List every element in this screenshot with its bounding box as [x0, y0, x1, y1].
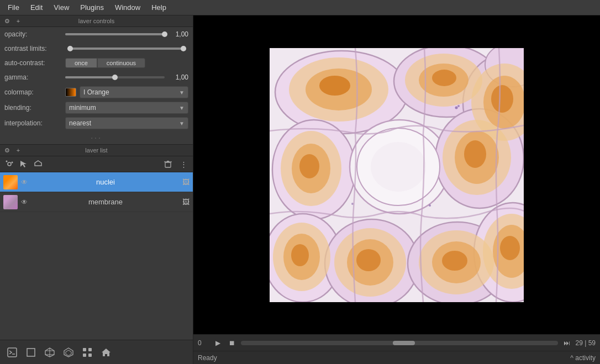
svg-point-53: [432, 70, 456, 86]
stop-button[interactable]: ⏹: [227, 337, 238, 349]
timeline-track[interactable]: [241, 341, 558, 345]
play-button[interactable]: ▶: [212, 337, 223, 349]
opacity-track[interactable]: [65, 33, 165, 35]
contrast-thumb-right[interactable]: [181, 46, 186, 51]
console-button[interactable]: [4, 345, 20, 360]
grid-button[interactable]: [80, 345, 95, 360]
layer-list-title: laver list: [85, 147, 107, 154]
gamma-fill: [65, 76, 115, 78]
gamma-track[interactable]: [65, 76, 165, 78]
add2-icon[interactable]: +: [14, 146, 22, 154]
continuous-button[interactable]: continuous: [97, 58, 145, 68]
svg-point-55: [299, 154, 319, 178]
kebab-menu[interactable]: ⋮: [177, 158, 190, 170]
layer-list-toolbar: ⋮: [0, 156, 193, 172]
menu-help[interactable]: Help: [146, 1, 172, 14]
opacity-fill: [65, 33, 165, 35]
gamma-thumb[interactable]: [112, 75, 118, 80]
2d-view-button[interactable]: [23, 345, 39, 360]
main-layout: ⚙ + laver controls opacity: 1,00 cont: [0, 15, 600, 364]
settings-icon[interactable]: ⚙: [3, 17, 11, 25]
svg-point-54: [491, 85, 513, 113]
opacity-thumb[interactable]: [162, 31, 167, 37]
layer-list-titlebar: ⚙ + laver list: [0, 145, 193, 156]
microscopy-image: [270, 48, 524, 302]
contrast-thumb-left[interactable]: [67, 46, 73, 51]
svg-rect-10: [27, 349, 35, 356]
visibility-icon-membrane[interactable]: 👁: [20, 198, 29, 206]
svg-marker-16: [66, 350, 71, 356]
contrast-label: contrast limits:: [4, 45, 65, 52]
svg-point-60: [500, 236, 520, 260]
opacity-row: opacity: 1,00: [0, 27, 193, 41]
colormap-arrow-icon: ▼: [179, 89, 185, 96]
interpolation-value: nearest: [69, 119, 91, 127]
svg-point-0: [8, 162, 11, 166]
colormap-swatch: [65, 88, 76, 97]
contrast-slider[interactable]: [67, 48, 186, 50]
polygon-tool[interactable]: [32, 158, 44, 170]
layer-item-membrane[interactable]: 👁 membrane 🖼: [0, 192, 193, 212]
timeline-thumb[interactable]: [393, 341, 415, 345]
timeline-counter: 29 | 59: [576, 339, 596, 347]
layer-name-membrane: membrane: [31, 198, 180, 206]
auto-contrast-row: auto-contrast: once continuous: [0, 56, 193, 70]
layer-item-nuclei[interactable]: 👁 nuclei 🖼: [0, 172, 193, 192]
layer-thumbnail-membrane: [3, 195, 18, 209]
interpolation-row: interpolation: nearest ▼: [0, 115, 193, 131]
activity-button[interactable]: ^ activity: [570, 354, 596, 362]
svg-rect-18: [88, 348, 92, 351]
canvas-main[interactable]: [193, 15, 600, 334]
layer-list-icons: ⚙ +: [3, 146, 22, 154]
timeline-end-button[interactable]: ⏭: [561, 337, 572, 349]
svg-point-59: [442, 251, 467, 271]
menu-window[interactable]: Window: [109, 1, 146, 14]
menubar: File Edit View Plugins Window Help: [0, 0, 600, 15]
blending-row: blending: minimum ▼: [0, 100, 193, 115]
3d-alt-button[interactable]: [61, 345, 76, 360]
menu-plugins[interactable]: Plugins: [75, 1, 109, 14]
opacity-label: opacity:: [4, 30, 65, 38]
delete-layer-button[interactable]: [162, 158, 174, 170]
layer-controls-titlebar: ⚙ + laver controls: [0, 15, 193, 27]
svg-point-65: [455, 106, 458, 109]
menu-file[interactable]: File: [2, 1, 25, 14]
svg-point-52: [319, 76, 350, 96]
menu-view[interactable]: View: [48, 1, 75, 14]
visibility-icon-nuclei[interactable]: 👁: [20, 178, 29, 186]
panel-divider: ···: [0, 131, 193, 144]
svg-point-72: [371, 142, 426, 192]
settings2-icon[interactable]: ⚙: [3, 146, 11, 154]
opacity-value: 1,00: [169, 30, 188, 38]
svg-point-58: [356, 249, 381, 271]
cursor-tool[interactable]: [18, 158, 30, 170]
svg-point-2: [12, 162, 13, 163]
auto-contrast-buttons: once continuous: [65, 58, 145, 68]
3d-view-button[interactable]: [42, 345, 57, 360]
timeline-start: 0: [198, 339, 209, 347]
bottom-toolbar: [0, 340, 193, 364]
svg-point-56: [464, 140, 486, 168]
canvas-area: 0 ▶ ⏹ ⏭ 29 | 59 Ready ^ activity: [193, 15, 600, 364]
layer-type-icon-membrane: 🖼: [182, 198, 190, 206]
svg-rect-19: [83, 354, 86, 357]
opacity-slider-container: 1,00: [65, 30, 188, 38]
home-button[interactable]: [98, 345, 114, 360]
layer-controls-panel: ⚙ + laver controls opacity: 1,00 cont: [0, 15, 193, 145]
colormap-select[interactable]: I Orange ▼: [80, 86, 188, 98]
interpolation-select[interactable]: nearest ▼: [65, 117, 188, 129]
layer-type-icon-nuclei: 🖼: [182, 178, 190, 186]
colormap-container: I Orange ▼: [65, 86, 188, 98]
layer-list-panel: ⚙ + laver list: [0, 145, 193, 340]
svg-point-68: [429, 204, 431, 207]
menu-edit[interactable]: Edit: [25, 1, 48, 14]
points-tool[interactable]: [3, 158, 15, 170]
svg-point-66: [457, 105, 460, 107]
svg-point-1: [6, 161, 8, 162]
svg-marker-3: [20, 161, 27, 167]
colormap-value: I Orange: [83, 88, 109, 96]
once-button[interactable]: once: [65, 58, 97, 68]
svg-rect-5: [165, 162, 171, 167]
blending-select[interactable]: minimum ▼: [65, 102, 188, 114]
add-icon[interactable]: +: [14, 17, 22, 25]
